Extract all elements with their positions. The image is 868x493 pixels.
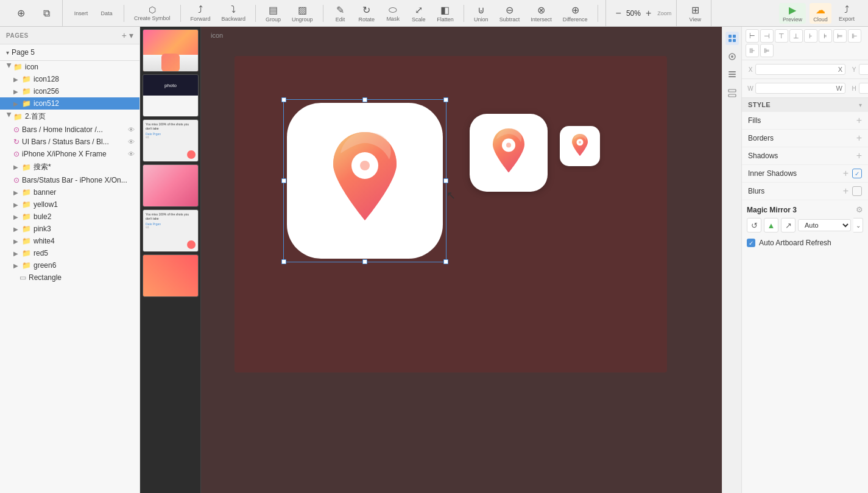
thumbnail-4[interactable]: [143, 164, 199, 207]
thumbnail-6[interactable]: [143, 254, 199, 297]
fills-row[interactable]: Fills +: [742, 112, 868, 130]
mm-refresh-btn[interactable]: ↺: [747, 218, 761, 233]
layer-banner[interactable]: ▶ 📁 banner: [0, 186, 139, 198]
layer-2-shouye[interactable]: ▶ 📁 2.首页: [0, 110, 139, 124]
align-middle-btn[interactable]: ⊦: [804, 29, 817, 43]
layer-arrow-pink3[interactable]: ▶: [13, 226, 22, 233]
layer-root-icon[interactable]: ▶ 📁 icon: [0, 61, 139, 73]
arrange-icon-btn[interactable]: [725, 86, 739, 100]
layer-green6[interactable]: ▶ 📁 green6: [0, 259, 139, 271]
pages-menu-button[interactable]: ▾: [129, 30, 133, 40]
auto-refresh-checkbox[interactable]: ✓: [747, 239, 755, 247]
shadows-row[interactable]: Shadows +: [742, 147, 868, 165]
layer-arrow-yellow1[interactable]: ▶: [13, 201, 22, 208]
style-dropdown-arrow[interactable]: ▾: [859, 102, 862, 108]
view-button[interactable]: ⊞ View: [684, 3, 706, 24]
borders-add-btn[interactable]: +: [856, 133, 862, 144]
zoom-in-button[interactable]: +: [643, 7, 654, 20]
dist-horiz-btn[interactable]: ⊨: [833, 29, 847, 43]
shadows-add-btn[interactable]: +: [856, 150, 862, 161]
rotate-button[interactable]: ↻ Rotate: [355, 3, 379, 24]
mask-button[interactable]: ⬭ Mask: [382, 3, 404, 23]
blurs-add-btn[interactable]: +: [843, 186, 849, 197]
layer-rectangle[interactable]: ▭ Rectangle: [0, 271, 139, 284]
scale-button[interactable]: ⤢ Scale: [408, 3, 429, 24]
edit-button[interactable]: ✎ Edit: [330, 3, 351, 24]
thumbnail-5[interactable]: You miss 100% of the shots you don't tak…: [143, 209, 199, 252]
thumbnail-1[interactable]: [143, 29, 199, 72]
layer-icon256[interactable]: ▶ 📁 icon256: [0, 85, 139, 97]
layer-icon512[interactable]: ▶ 📁 icon512: [0, 97, 139, 110]
visibility-icon-bars[interactable]: 👁: [128, 126, 135, 133]
make-same-width-btn[interactable]: ⊪: [746, 44, 759, 57]
layer-search[interactable]: ▶ 📁 搜索*: [0, 160, 139, 174]
inspector-icon-btn[interactable]: [725, 32, 739, 45]
thumbnail-3[interactable]: You miss 100% of the shots you don't tak…: [143, 119, 199, 162]
handle-top-middle[interactable]: [362, 97, 367, 102]
align-center-btn[interactable]: ⊣: [760, 29, 774, 43]
align-bottom-btn[interactable]: ⊧: [819, 29, 832, 43]
backward-button[interactable]: ⤵ Backward: [218, 3, 250, 23]
inner-shadows-row[interactable]: Inner Shadows + ✓: [742, 165, 868, 183]
difference-button[interactable]: ⊕ Difference: [559, 3, 591, 24]
handle-top-left[interactable]: [281, 97, 286, 102]
layer-icon128[interactable]: ▶ 📁 icon128: [0, 73, 139, 85]
page-selector[interactable]: ▾ Page 5: [0, 44, 139, 61]
y-input[interactable]: [859, 64, 868, 75]
layer-arrow-search[interactable]: ▶: [13, 164, 22, 170]
blurs-toggle[interactable]: [852, 186, 862, 196]
data-button[interactable]: Data: [96, 9, 118, 18]
dist-vert-btn[interactable]: ⊩: [848, 29, 861, 43]
zoom-out-button[interactable]: −: [613, 7, 624, 20]
layer-arrow-bule2[interactable]: ▶: [13, 214, 22, 220]
handle-bottom-middle[interactable]: [362, 259, 367, 264]
insert-button[interactable]: Insert: [70, 9, 92, 18]
layer-iphone-x[interactable]: ⊙ iPhone X/iPhone X Frame 👁: [0, 148, 139, 160]
visibility-icon-iphone[interactable]: 👁: [128, 150, 135, 158]
layer-arrow-icon512[interactable]: ▶: [13, 100, 22, 107]
inner-shadows-add-btn[interactable]: +: [843, 168, 849, 179]
layer-pink3[interactable]: ▶ 📁 pink3: [0, 223, 139, 235]
cloud-button[interactable]: ☁ Cloud: [810, 3, 831, 24]
union-button[interactable]: ⊍ Union: [470, 3, 492, 24]
layers-button[interactable]: ⧉: [35, 7, 57, 20]
layer-arrow-red5[interactable]: ▶: [13, 250, 22, 257]
create-symbol-button[interactable]: ⬡ Create Symbol: [130, 4, 174, 23]
handle-bottom-left[interactable]: [281, 259, 286, 264]
borders-row[interactable]: Borders +: [742, 130, 868, 147]
align-left-btn[interactable]: ⊢: [746, 29, 759, 43]
intersect-button[interactable]: ⊗ Intersect: [527, 3, 556, 24]
mm-auto-select[interactable]: Auto: [798, 219, 851, 231]
blurs-row[interactable]: Blurs +: [742, 183, 868, 200]
add-page-button[interactable]: +: [122, 30, 127, 40]
subtract-button[interactable]: ⊖ Subtract: [496, 3, 524, 24]
w-input[interactable]: [755, 83, 845, 94]
layer-arrow-icon[interactable]: ▶: [6, 63, 13, 71]
h-input[interactable]: [859, 83, 868, 94]
layer-bars-status[interactable]: ⊙ Bars/Status Bar - iPhone X/On...: [0, 174, 139, 186]
visibility-icon-ui[interactable]: 👁: [128, 138, 135, 145]
layer-bars-home[interactable]: ⊙ Bars / Home Indicator /... 👁: [0, 124, 139, 136]
large-icon-container[interactable]: [287, 103, 443, 259]
layer-ui-bars[interactable]: ↻ UI Bars / Status Bars / Bl... 👁: [0, 136, 139, 148]
app-icon-small[interactable]: [560, 126, 600, 166]
layer-arrow-green6[interactable]: ▶: [13, 262, 22, 269]
handle-bottom-right[interactable]: [443, 259, 448, 264]
export-button[interactable]: ⤴ Export: [835, 3, 858, 23]
forward-button[interactable]: ⤴ Forward: [187, 3, 214, 23]
inner-shadows-toggle[interactable]: ✓: [852, 169, 862, 178]
layer-yellow1[interactable]: ▶ 📁 yellow1: [0, 198, 139, 211]
mm-mountain-btn[interactable]: ▲: [764, 218, 778, 233]
fills-add-btn[interactable]: +: [856, 115, 862, 126]
align-top-btn[interactable]: ⊥: [789, 29, 803, 43]
x-input[interactable]: [755, 64, 845, 75]
handle-middle-right[interactable]: [443, 178, 448, 183]
magic-mirror-gear-btn[interactable]: ⚙: [856, 205, 863, 214]
ungroup-button[interactable]: ▨ Ungroup: [288, 3, 317, 24]
preview-button[interactable]: ▶ Preview: [779, 3, 806, 24]
group-button[interactable]: ▤ Group: [262, 3, 284, 24]
add-button[interactable]: ⊕: [10, 6, 32, 20]
make-same-height-btn[interactable]: ⊫: [760, 44, 774, 57]
layer-arrow-white4[interactable]: ▶: [13, 238, 22, 245]
thumbnail-2[interactable]: photo: [143, 74, 199, 117]
